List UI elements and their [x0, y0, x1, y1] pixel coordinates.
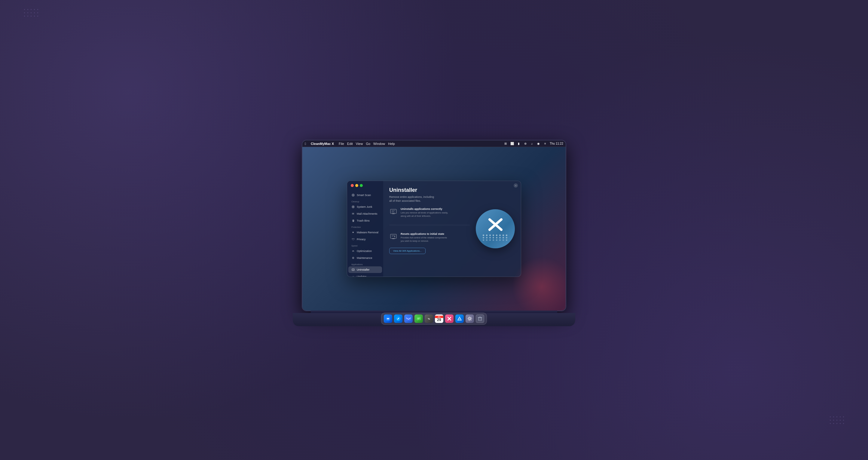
feature-item-uninstalls: Uninstalls applications correctly Lets y… — [389, 208, 470, 218]
screen-mirror-icon[interactable]: ⬜ — [510, 142, 514, 146]
bg-dots-bottomright — [830, 417, 844, 424]
system-junk-icon — [351, 205, 355, 209]
sidebar-item-system-junk[interactable]: System Junk — [348, 204, 382, 210]
traffic-lights — [351, 184, 363, 187]
apple-icon:  — [305, 142, 306, 146]
laptop-screen-bezel:  CleanMyMac X File Edit View Go Window … — [302, 140, 566, 311]
maximize-traffic-light[interactable] — [360, 184, 363, 187]
menu-go[interactable]: Go — [366, 142, 370, 146]
menubar-right: ⊞ ⬜ ▮ ⊛ ⌕ ◉ ≡ Thu 11:22 — [503, 142, 563, 146]
menubar:  CleanMyMac X File Edit View Go Window … — [302, 141, 566, 147]
maintenance-icon: ⚙ — [351, 256, 355, 260]
menu-help[interactable]: Help — [388, 142, 395, 146]
close-traffic-light[interactable] — [351, 184, 354, 187]
dock-item-cleanmymac[interactable] — [445, 314, 454, 323]
app-window: × Smart Scan Cleanup — [347, 181, 521, 277]
privacy-icon: 🛡 — [351, 238, 355, 241]
notification-icon[interactable]: ≡ — [543, 142, 547, 146]
siri-icon[interactable]: ◉ — [536, 142, 541, 146]
privacy-label: Privacy — [357, 238, 366, 241]
content-left: Uninstaller Remove entire applications, … — [389, 187, 470, 271]
bg-dots-topleft — [24, 9, 38, 17]
dock-item-finder[interactable] — [384, 314, 392, 323]
sidebar-item-uninstaller[interactable]: Uninstaller — [348, 266, 382, 273]
sidebar-item-privacy[interactable]: 🛡 Privacy — [348, 236, 382, 243]
uninstaller-icon — [351, 268, 355, 272]
sidebar-item-maintenance[interactable]: ⚙ Maintenance — [348, 255, 382, 261]
menubar-clock: Thu 11:22 — [550, 142, 563, 145]
sidebar-section-cleanup: Cleanup — [347, 199, 383, 203]
dock-item-safari[interactable] — [394, 314, 402, 323]
app-icon-circle — [476, 209, 515, 248]
optimization-icon — [351, 249, 355, 253]
minimize-traffic-light[interactable] — [355, 184, 358, 187]
system-junk-label: System Junk — [357, 205, 372, 208]
smart-scan-icon — [351, 193, 355, 197]
feature-resets-text: Resets applications to initial state Pro… — [401, 233, 449, 243]
feature-divider — [389, 225, 470, 225]
maintenance-label: Maintenance — [357, 256, 372, 259]
updater-label: Updater — [357, 275, 366, 277]
sidebar-item-optimization[interactable]: Optimization — [348, 248, 382, 254]
dock-item-trash[interactable] — [476, 314, 484, 323]
dock-item-mail[interactable] — [404, 314, 413, 323]
screen-content: × Smart Scan Cleanup — [302, 147, 566, 311]
menubar-items: File Edit View Go Window Help — [339, 142, 395, 146]
sidebar-item-smart-scan[interactable]: Smart Scan — [348, 192, 382, 198]
sidebar-section-applications: Applications — [347, 262, 383, 266]
view-all-applications-button[interactable]: View All 305 Applications... — [389, 248, 426, 254]
feature-uninstalls-desc: Lets you remove all kinds of application… — [401, 211, 449, 218]
smart-scan-label: Smart Scan — [357, 194, 371, 196]
wifi-icon[interactable]: ⊛ — [523, 142, 527, 146]
uninstalls-correctly-icon — [389, 208, 398, 216]
sidebar-section-protection: Protection — [347, 224, 383, 229]
trash-bins-icon: 🗑 — [351, 219, 355, 222]
menu-edit[interactable]: Edit — [347, 142, 353, 146]
menu-file[interactable]: File — [339, 142, 344, 146]
feature-uninstalls-title: Uninstalls applications correctly — [401, 208, 449, 211]
sidebar: Smart Scan Cleanup System Junk ✉ Mail At… — [347, 181, 383, 277]
resets-applications-icon — [389, 233, 398, 241]
control-center-icon[interactable]: ⊞ — [503, 142, 508, 146]
updater-icon: ↑ — [351, 275, 355, 277]
battery-icon[interactable]: ▮ — [517, 142, 521, 146]
page-title: Uninstaller — [389, 187, 470, 193]
optimization-label: Optimization — [357, 249, 372, 252]
mail-attachments-label: Mail Attachments — [357, 212, 377, 215]
dock-item-systemprefs[interactable] — [466, 314, 474, 323]
sidebar-item-trash-bins[interactable]: 🗑 Trash Bins — [348, 217, 382, 224]
laptop-base: % JUL 29 — [293, 311, 575, 326]
uninstaller-label: Uninstaller — [357, 268, 370, 271]
dock-item-appstore[interactable] — [455, 314, 464, 323]
dock-item-messages[interactable] — [414, 314, 423, 323]
dock: % JUL 29 — [381, 313, 487, 325]
main-content: Uninstaller Remove entire applications, … — [383, 181, 521, 277]
dock-item-calendar[interactable]: JUL 29 — [435, 314, 443, 323]
menu-window[interactable]: Window — [373, 142, 385, 146]
svg-point-13 — [469, 318, 471, 319]
feature-uninstalls-text: Uninstalls applications correctly Lets y… — [401, 208, 449, 218]
menu-view[interactable]: View — [356, 142, 363, 146]
malware-icon: ✦ — [351, 231, 355, 234]
svg-point-10 — [398, 318, 399, 319]
svg-rect-5 — [392, 213, 395, 214]
svg-rect-12 — [416, 316, 421, 320]
sidebar-item-malware-removal[interactable]: ✦ Malware Removal — [348, 229, 382, 236]
app-name[interactable]: CleanMyMac X — [311, 142, 334, 146]
sidebar-item-mail-attachments[interactable]: ✉ Mail Attachments — [348, 211, 382, 217]
dock-item-calculator[interactable]: % — [425, 314, 433, 323]
sidebar-item-updater[interactable]: ↑ Updater — [348, 273, 382, 277]
sidebar-section-speed: Speed — [347, 243, 383, 247]
mail-icon: ✉ — [351, 212, 355, 216]
laptop-bottom: % JUL 29 — [293, 313, 575, 326]
page-subtitle: Remove entire applications, including al… — [389, 195, 437, 203]
feature-list: Uninstalls applications correctly Lets y… — [389, 208, 470, 243]
svg-rect-11 — [406, 317, 411, 320]
malware-removal-label: Malware Removal — [357, 231, 378, 234]
laptop-wrapper:  CleanMyMac X File Edit View Go Window … — [293, 140, 575, 326]
feature-resets-title: Resets applications to initial state — [401, 233, 449, 236]
trash-bins-label: Trash Bins — [357, 219, 370, 222]
search-icon[interactable]: ⌕ — [530, 142, 534, 146]
svg-point-2 — [352, 206, 354, 208]
calculator-label: % — [428, 317, 430, 320]
